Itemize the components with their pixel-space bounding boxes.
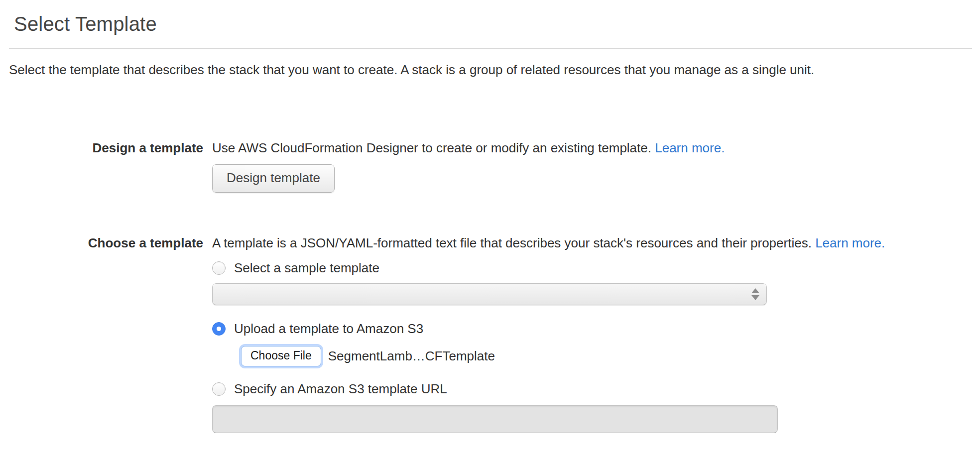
design-template-label: Design a template <box>0 139 203 156</box>
design-template-description-text: Use AWS CloudFormation Designer to creat… <box>212 140 651 155</box>
select-template-form: Design a template Use AWS CloudFormation… <box>0 139 980 433</box>
page-title: Select Template <box>14 12 980 36</box>
page-description: Select the template that describes the s… <box>9 62 970 78</box>
choose-template-label: Choose a template <box>0 234 203 251</box>
title-divider <box>9 48 972 49</box>
choose-template-description-text: A template is a JSON/YAML-formatted text… <box>212 235 812 250</box>
select-stepper-icon <box>751 288 759 300</box>
s3-url-radio[interactable] <box>212 382 226 396</box>
sample-template-option-label: Select a sample template <box>234 260 379 275</box>
upload-template-radio[interactable] <box>212 322 226 336</box>
design-template-description: Use AWS CloudFormation Designer to creat… <box>212 139 980 156</box>
s3-url-input[interactable] <box>212 405 778 433</box>
design-learn-more-link[interactable]: Learn more. <box>655 140 725 155</box>
choose-file-button[interactable]: Choose File <box>241 346 321 366</box>
file-upload-row: Choose File SegmentLamb…CFTemplate <box>241 346 980 366</box>
upload-template-option-label: Upload a template to Amazon S3 <box>234 321 423 336</box>
design-template-button[interactable]: Design template <box>212 164 335 193</box>
choose-template-content: A template is a JSON/YAML-formatted text… <box>212 234 980 433</box>
arrow-down-icon <box>751 295 759 300</box>
choose-template-description: A template is a JSON/YAML-formatted text… <box>212 234 980 251</box>
sample-template-select[interactable] <box>212 283 767 305</box>
s3-url-option-label: Specify an Amazon S3 template URL <box>234 381 447 396</box>
sample-template-radio[interactable] <box>212 261 226 275</box>
sample-template-option[interactable]: Select a sample template <box>212 260 980 275</box>
upload-template-option[interactable]: Upload a template to Amazon S3 <box>212 321 980 336</box>
arrow-up-icon <box>751 288 759 293</box>
chosen-file-name: SegmentLamb…CFTemplate <box>328 348 495 364</box>
choose-learn-more-link[interactable]: Learn more. <box>815 235 885 250</box>
design-template-content: Use AWS CloudFormation Designer to creat… <box>212 139 980 193</box>
s3-url-option[interactable]: Specify an Amazon S3 template URL <box>212 381 980 396</box>
